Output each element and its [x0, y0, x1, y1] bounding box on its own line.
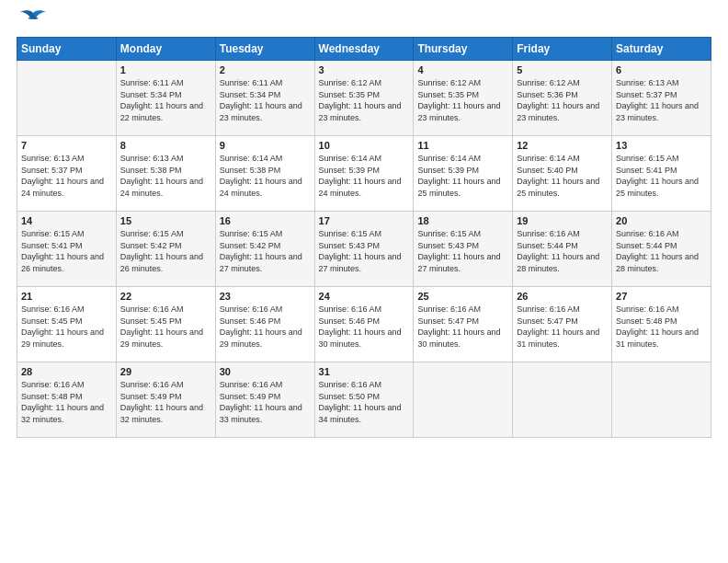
- cell-content: Sunrise: 6:14 AMSunset: 5:38 PMDaylight:…: [220, 153, 311, 199]
- cell-content: Sunrise: 6:15 AMSunset: 5:43 PMDaylight:…: [417, 228, 508, 274]
- calendar-cell: 4Sunrise: 6:12 AMSunset: 5:35 PMDaylight…: [414, 61, 513, 136]
- day-header-friday: Friday: [513, 38, 612, 61]
- day-number: 19: [517, 215, 608, 226]
- day-number: 13: [616, 140, 707, 151]
- day-number: 25: [417, 291, 508, 302]
- day-number: 27: [616, 291, 707, 302]
- day-header-monday: Monday: [116, 38, 215, 61]
- calendar-cell: 7Sunrise: 6:13 AMSunset: 5:37 PMDaylight…: [17, 136, 117, 212]
- cell-content: Sunrise: 6:12 AMSunset: 5:35 PMDaylight:…: [319, 77, 410, 123]
- day-number: 26: [517, 291, 608, 302]
- day-number: 5: [517, 64, 608, 75]
- cell-content: Sunrise: 6:16 AMSunset: 5:46 PMDaylight:…: [319, 304, 410, 350]
- cell-content: Sunrise: 6:16 AMSunset: 5:49 PMDaylight:…: [120, 379, 211, 425]
- calendar-cell: 2Sunrise: 6:11 AMSunset: 5:34 PMDaylight…: [215, 61, 314, 136]
- day-number: 4: [417, 64, 508, 75]
- calendar-cell: 11Sunrise: 6:14 AMSunset: 5:39 PMDayligh…: [414, 136, 513, 212]
- calendar-cell: 14Sunrise: 6:15 AMSunset: 5:41 PMDayligh…: [17, 212, 117, 287]
- cell-content: Sunrise: 6:11 AMSunset: 5:34 PMDaylight:…: [220, 77, 311, 123]
- calendar-cell: 23Sunrise: 6:16 AMSunset: 5:46 PMDayligh…: [215, 287, 314, 362]
- calendar-cell: 28Sunrise: 6:16 AMSunset: 5:48 PMDayligh…: [17, 362, 117, 438]
- calendar-cell: 30Sunrise: 6:16 AMSunset: 5:49 PMDayligh…: [215, 362, 314, 438]
- cell-content: Sunrise: 6:12 AMSunset: 5:35 PMDaylight:…: [417, 77, 508, 123]
- day-number: 28: [21, 366, 112, 377]
- calendar-week-4: 28Sunrise: 6:16 AMSunset: 5:48 PMDayligh…: [17, 362, 711, 438]
- day-number: 15: [120, 215, 211, 226]
- cell-content: Sunrise: 6:16 AMSunset: 5:45 PMDaylight:…: [120, 304, 211, 350]
- calendar-cell: 26Sunrise: 6:16 AMSunset: 5:47 PMDayligh…: [513, 287, 612, 362]
- calendar-table: SundayMondayTuesdayWednesdayThursdayFrid…: [17, 37, 711, 438]
- calendar-cell: 6Sunrise: 6:13 AMSunset: 5:37 PMDaylight…: [612, 61, 711, 136]
- calendar-cell: 17Sunrise: 6:15 AMSunset: 5:43 PMDayligh…: [314, 212, 414, 287]
- cell-content: Sunrise: 6:16 AMSunset: 5:46 PMDaylight:…: [220, 304, 311, 350]
- calendar-cell: [513, 362, 612, 438]
- day-number: 30: [220, 366, 311, 377]
- day-header-saturday: Saturday: [612, 38, 711, 61]
- day-number: 14: [21, 215, 112, 226]
- day-number: 24: [319, 291, 410, 302]
- calendar-cell: 25Sunrise: 6:16 AMSunset: 5:47 PMDayligh…: [414, 287, 513, 362]
- cell-content: Sunrise: 6:13 AMSunset: 5:37 PMDaylight:…: [21, 153, 112, 199]
- day-number: 20: [616, 215, 707, 226]
- calendar-cell: [17, 61, 117, 136]
- day-header-tuesday: Tuesday: [215, 38, 314, 61]
- cell-content: Sunrise: 6:15 AMSunset: 5:41 PMDaylight:…: [616, 153, 707, 199]
- day-number: 2: [220, 64, 311, 75]
- cell-content: Sunrise: 6:16 AMSunset: 5:50 PMDaylight:…: [319, 379, 410, 425]
- calendar-week-0: 1Sunrise: 6:11 AMSunset: 5:34 PMDaylight…: [17, 61, 711, 136]
- cell-content: Sunrise: 6:14 AMSunset: 5:40 PMDaylight:…: [517, 153, 608, 199]
- cell-content: Sunrise: 6:16 AMSunset: 5:45 PMDaylight:…: [21, 304, 112, 350]
- day-number: 1: [120, 64, 211, 75]
- calendar-cell: 16Sunrise: 6:15 AMSunset: 5:42 PMDayligh…: [215, 212, 314, 287]
- cell-content: Sunrise: 6:16 AMSunset: 5:47 PMDaylight:…: [517, 304, 608, 350]
- logo-bird-icon: [18, 9, 48, 29]
- cell-content: Sunrise: 6:15 AMSunset: 5:43 PMDaylight:…: [319, 228, 410, 274]
- calendar-cell: 3Sunrise: 6:12 AMSunset: 5:35 PMDaylight…: [314, 61, 414, 136]
- calendar-cell: 8Sunrise: 6:13 AMSunset: 5:38 PMDaylight…: [116, 136, 215, 212]
- calendar-week-3: 21Sunrise: 6:16 AMSunset: 5:45 PMDayligh…: [17, 287, 711, 362]
- calendar-cell: 5Sunrise: 6:12 AMSunset: 5:36 PMDaylight…: [513, 61, 612, 136]
- cell-content: Sunrise: 6:13 AMSunset: 5:37 PMDaylight:…: [616, 77, 707, 123]
- calendar-cell: [612, 362, 711, 438]
- cell-content: Sunrise: 6:11 AMSunset: 5:34 PMDaylight:…: [120, 77, 211, 123]
- calendar-cell: 20Sunrise: 6:16 AMSunset: 5:44 PMDayligh…: [612, 212, 711, 287]
- day-header-wednesday: Wednesday: [314, 38, 414, 61]
- day-number: 23: [220, 291, 311, 302]
- day-number: 22: [120, 291, 211, 302]
- cell-content: Sunrise: 6:16 AMSunset: 5:48 PMDaylight:…: [616, 304, 707, 350]
- calendar-week-1: 7Sunrise: 6:13 AMSunset: 5:37 PMDaylight…: [17, 136, 711, 212]
- cell-content: Sunrise: 6:16 AMSunset: 5:44 PMDaylight:…: [616, 228, 707, 274]
- calendar-cell: 9Sunrise: 6:14 AMSunset: 5:38 PMDaylight…: [215, 136, 314, 212]
- cell-content: Sunrise: 6:16 AMSunset: 5:47 PMDaylight:…: [417, 304, 508, 350]
- calendar-cell: 24Sunrise: 6:16 AMSunset: 5:46 PMDayligh…: [314, 287, 414, 362]
- page: SundayMondayTuesdayWednesdayThursdayFrid…: [0, 0, 728, 563]
- calendar-cell: 21Sunrise: 6:16 AMSunset: 5:45 PMDayligh…: [17, 287, 117, 362]
- day-number: 10: [319, 140, 410, 151]
- calendar-cell: 27Sunrise: 6:16 AMSunset: 5:48 PMDayligh…: [612, 287, 711, 362]
- day-number: 11: [417, 140, 508, 151]
- day-number: 3: [319, 64, 410, 75]
- calendar-cell: 1Sunrise: 6:11 AMSunset: 5:34 PMDaylight…: [116, 61, 215, 136]
- calendar-cell: 31Sunrise: 6:16 AMSunset: 5:50 PMDayligh…: [314, 362, 414, 438]
- cell-content: Sunrise: 6:13 AMSunset: 5:38 PMDaylight:…: [120, 153, 211, 199]
- day-number: 21: [21, 291, 112, 302]
- day-number: 16: [220, 215, 311, 226]
- calendar-cell: 15Sunrise: 6:15 AMSunset: 5:42 PMDayligh…: [116, 212, 215, 287]
- day-number: 9: [220, 140, 311, 151]
- day-number: 29: [120, 366, 211, 377]
- day-number: 6: [616, 64, 707, 75]
- calendar-cell: 12Sunrise: 6:14 AMSunset: 5:40 PMDayligh…: [513, 136, 612, 212]
- day-number: 12: [517, 140, 608, 151]
- cell-content: Sunrise: 6:15 AMSunset: 5:42 PMDaylight:…: [220, 228, 311, 274]
- calendar-cell: [414, 362, 513, 438]
- calendar-cell: 19Sunrise: 6:16 AMSunset: 5:44 PMDayligh…: [513, 212, 612, 287]
- day-number: 18: [417, 215, 508, 226]
- header: [17, 17, 711, 29]
- cell-content: Sunrise: 6:15 AMSunset: 5:42 PMDaylight:…: [120, 228, 211, 274]
- calendar-cell: 13Sunrise: 6:15 AMSunset: 5:41 PMDayligh…: [612, 136, 711, 212]
- cell-content: Sunrise: 6:15 AMSunset: 5:41 PMDaylight:…: [21, 228, 112, 274]
- cell-content: Sunrise: 6:16 AMSunset: 5:48 PMDaylight:…: [21, 379, 112, 425]
- calendar-cell: 10Sunrise: 6:14 AMSunset: 5:39 PMDayligh…: [314, 136, 414, 212]
- calendar-cell: 18Sunrise: 6:15 AMSunset: 5:43 PMDayligh…: [414, 212, 513, 287]
- day-header-sunday: Sunday: [17, 38, 117, 61]
